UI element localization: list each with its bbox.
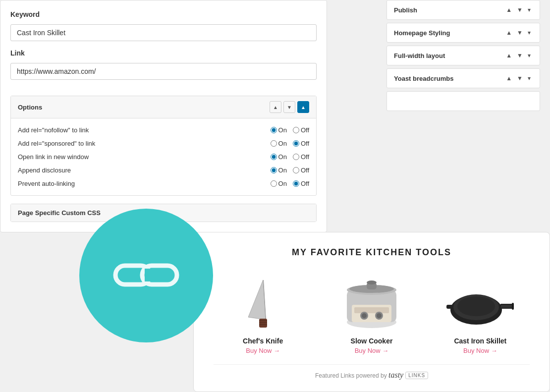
- widget-publish: Publish ▲ ▼ ▾: [386, 0, 540, 20]
- product-cast-iron: Cast Iron Skillet Buy Now →: [431, 273, 530, 354]
- widget-homepage-styling: Homepage Styling ▲ ▼ ▾: [386, 23, 540, 43]
- link-label: Link: [10, 49, 317, 57]
- product-slow-cooker: Slow Cooker Buy Now →: [322, 273, 421, 354]
- footer-text: Featured Links powered by: [315, 372, 387, 379]
- product-name-chefs-knife: Chef's Knife: [243, 337, 283, 345]
- widget-extra: [386, 91, 540, 111]
- preview-card: MY FAVORITE KITCHEN TOOLS Chef's Knife B…: [193, 232, 550, 392]
- link-input[interactable]: [10, 63, 317, 80]
- widget-fullwidth-title: Full-width layout: [394, 52, 445, 59]
- radio-off-nofollow[interactable]: Off: [293, 126, 309, 134]
- buy-now-cast-iron[interactable]: Buy Now →: [463, 347, 497, 354]
- radio-group-nofollow: On Off: [271, 126, 309, 134]
- svg-rect-23: [512, 303, 514, 310]
- links-badge: LINKS: [405, 372, 428, 379]
- radio-on-disclosure[interactable]: On: [271, 167, 287, 174]
- widget-yoast-toggle[interactable]: ▾: [526, 74, 533, 83]
- product-name-cast-iron: Cast Iron Skillet: [454, 337, 506, 345]
- product-chefs-knife: Chef's Knife Buy Now →: [214, 273, 312, 354]
- products-grid: Chef's Knife Buy Now →: [214, 273, 530, 354]
- widget-homepage-toggle[interactable]: ▾: [526, 28, 533, 37]
- widget-homepage-up[interactable]: ▲: [504, 28, 514, 37]
- widget-publish-title: Publish: [394, 6, 417, 14]
- option-row-sponsored: Add rel="sponsored" to link On Off: [18, 137, 309, 150]
- radio-off-sponsored[interactable]: Off: [293, 140, 309, 147]
- options-body: Add rel="nofollow" to link On Off Add re…: [11, 118, 316, 195]
- preview-footer: Featured Links powered by tasty LINKS: [214, 364, 530, 380]
- option-row-disclosure: Append disclosure On Off: [18, 164, 309, 177]
- radio-off-new-window[interactable]: Off: [293, 153, 309, 161]
- widget-fullwidth-toggle[interactable]: ▾: [526, 51, 533, 60]
- svg-point-13: [377, 313, 382, 318]
- widget-fullwidth-header[interactable]: Full-width layout ▲ ▼ ▾: [387, 46, 540, 65]
- chain-icon: [111, 251, 181, 300]
- widget-homepage-down[interactable]: ▼: [515, 28, 525, 37]
- option-row-nofollow: Add rel="nofollow" to link On Off: [18, 123, 309, 137]
- widget-publish-down[interactable]: ▼: [515, 5, 525, 14]
- chefs-knife-image: [228, 273, 298, 332]
- svg-point-11: [362, 313, 367, 318]
- widget-yoast-title: Yoast breadcrumbs: [394, 75, 453, 82]
- option-row-autolinking: Prevent auto-linking On Off: [18, 177, 309, 190]
- svg-rect-2: [259, 319, 267, 328]
- radio-group-sponsored: On Off: [271, 140, 309, 147]
- cast-iron-svg: [445, 275, 515, 330]
- options-up-btn[interactable]: ▲: [270, 101, 281, 113]
- radio-on-sponsored[interactable]: On: [271, 140, 287, 147]
- svg-point-17: [367, 280, 377, 284]
- options-header: Options ▲ ▼ ▲: [11, 96, 316, 118]
- tasty-logo: tasty LINKS: [388, 371, 428, 380]
- widget-publish-arrows: ▲ ▼ ▾: [504, 5, 533, 14]
- options-box: Options ▲ ▼ ▲ Add rel="nofollow" to link…: [10, 96, 317, 196]
- widget-yoast-down[interactable]: ▼: [515, 74, 525, 83]
- option-row-new-window: Open link in new window On Off: [18, 150, 309, 164]
- widget-yoast-header[interactable]: Yoast breadcrumbs ▲ ▼ ▾: [387, 69, 540, 88]
- svg-rect-9: [354, 307, 389, 313]
- radio-on-new-window[interactable]: On: [271, 153, 287, 161]
- product-name-slow-cooker: Slow Cooker: [351, 337, 393, 345]
- svg-marker-1: [248, 280, 266, 320]
- svg-rect-22: [501, 305, 513, 308]
- widget-homepage-arrows: ▲ ▼ ▾: [504, 28, 533, 37]
- radio-group-new-window: On Off: [271, 153, 309, 161]
- radio-off-autolinking[interactable]: Off: [293, 180, 309, 187]
- option-label-new-window: Open link in new window: [18, 153, 267, 161]
- radio-group-autolinking: On Off: [271, 180, 309, 187]
- options-expand-btn[interactable]: ▲: [297, 101, 309, 113]
- widget-fullwidth: Full-width layout ▲ ▼ ▾: [386, 46, 540, 65]
- widget-publish-header[interactable]: Publish ▲ ▼ ▾: [387, 0, 540, 19]
- option-label-sponsored: Add rel="sponsored" to link: [18, 140, 267, 147]
- radio-group-disclosure: On Off: [271, 167, 309, 174]
- radio-on-autolinking[interactable]: On: [271, 180, 287, 187]
- slow-cooker-svg: [339, 275, 404, 330]
- widget-yoast-up[interactable]: ▲: [504, 74, 514, 83]
- keyword-input[interactable]: [10, 24, 317, 41]
- keyword-label: Keyword: [10, 10, 317, 18]
- svg-point-20: [457, 296, 495, 316]
- options-down-btn[interactable]: ▼: [283, 101, 295, 113]
- cast-iron-image: [445, 273, 515, 332]
- option-label-disclosure: Append disclosure: [18, 167, 267, 174]
- svg-rect-27: [145, 269, 155, 281]
- widget-publish-up[interactable]: ▲: [504, 5, 514, 14]
- widget-fullwidth-down[interactable]: ▼: [515, 51, 525, 60]
- chefs-knife-svg: [238, 275, 288, 330]
- radio-on-nofollow[interactable]: On: [271, 126, 287, 134]
- widget-fullwidth-arrows: ▲ ▼ ▾: [504, 51, 533, 60]
- widget-fullwidth-up[interactable]: ▲: [504, 51, 514, 60]
- preview-title: MY FAVORITE KITCHEN TOOLS: [214, 247, 530, 258]
- widget-yoast: Yoast breadcrumbs ▲ ▼ ▾: [386, 68, 540, 88]
- slow-cooker-image: [337, 273, 406, 332]
- options-title: Options: [18, 104, 42, 111]
- editor-panel: Keyword Link Options ▲ ▼ ▲ Add rel="nofo…: [0, 0, 327, 232]
- option-label-nofollow: Add rel="nofollow" to link: [18, 126, 267, 134]
- buy-now-slow-cooker[interactable]: Buy Now →: [355, 347, 389, 354]
- teal-circle: [79, 209, 213, 342]
- radio-off-disclosure[interactable]: Off: [293, 167, 309, 174]
- widget-publish-toggle[interactable]: ▾: [526, 5, 533, 14]
- tasty-text: tasty: [388, 371, 403, 380]
- buy-now-chefs-knife[interactable]: Buy Now →: [246, 347, 280, 354]
- svg-rect-24: [446, 305, 453, 309]
- options-controls: ▲ ▼ ▲: [270, 101, 309, 113]
- widget-homepage-header[interactable]: Homepage Styling ▲ ▼ ▾: [387, 23, 540, 42]
